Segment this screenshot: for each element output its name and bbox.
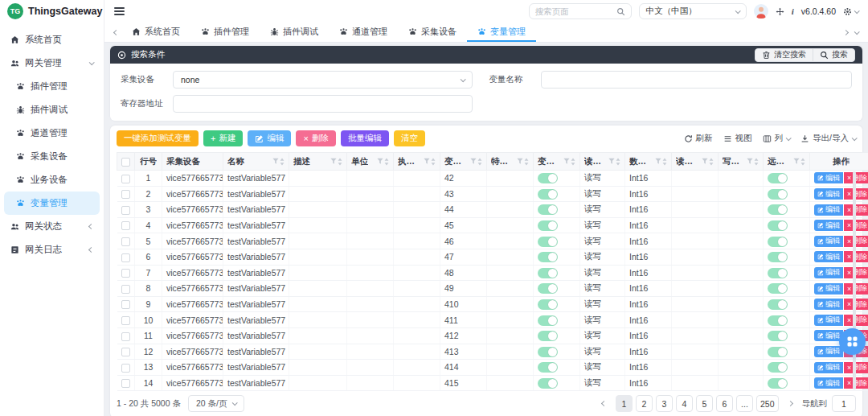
enable-toggle[interactable] <box>538 204 558 215</box>
page-button-1[interactable]: 1 <box>616 395 633 412</box>
column-header-10[interactable]: 数据... <box>625 153 672 171</box>
row-edit-button[interactable]: 编辑 <box>814 172 843 183</box>
enable-toggle[interactable] <box>538 315 558 326</box>
tabs-menu[interactable] <box>851 31 862 35</box>
filter-funnel-icon[interactable] <box>655 158 661 165</box>
row-delete-button[interactable]: ×删除 <box>844 172 868 183</box>
header-filter-sort[interactable] <box>702 158 714 166</box>
enable-toggle[interactable] <box>538 252 558 262</box>
prev-page-button[interactable] <box>596 395 612 412</box>
enable-toggle[interactable] <box>538 173 558 183</box>
row-checkbox[interactable] <box>121 364 130 373</box>
tab-5[interactable]: 变量管理 <box>467 23 536 42</box>
row-checkbox[interactable] <box>121 348 130 356</box>
remote-toggle[interactable] <box>768 173 788 183</box>
tabs-scroll-left[interactable] <box>111 31 121 35</box>
sort-icon[interactable] <box>477 158 482 166</box>
enable-toggle[interactable] <box>538 237 558 247</box>
row-edit-button[interactable]: 编辑 <box>814 204 843 216</box>
row-checkbox[interactable] <box>121 253 130 262</box>
column-header-8[interactable]: 变量... <box>534 153 580 171</box>
row-delete-button[interactable]: ×删除 <box>844 267 868 278</box>
filter-funnel-icon[interactable] <box>272 158 279 165</box>
page-button-4[interactable]: 4 <box>676 395 693 412</box>
page-search-input[interactable] <box>535 6 613 16</box>
table-scrollbar[interactable] <box>853 171 856 389</box>
header-filter-sort[interactable] <box>517 158 529 166</box>
filter-funnel-icon[interactable] <box>793 158 800 165</box>
sidebar-item-3[interactable]: 插件调试 <box>4 98 100 122</box>
filter-funnel-icon[interactable] <box>377 158 383 165</box>
row-delete-button[interactable]: ×删除 <box>844 315 868 326</box>
column-header-13[interactable]: 远程... <box>764 153 810 171</box>
remote-toggle[interactable] <box>768 252 788 262</box>
row-edit-button[interactable]: 编辑 <box>814 315 843 326</box>
sort-icon[interactable] <box>662 158 667 166</box>
table-tool-3[interactable]: 导出/导入 <box>800 133 856 144</box>
row-edit-button[interactable]: 编辑 <box>814 362 843 373</box>
remote-toggle[interactable] <box>768 189 788 200</box>
sidebar-item-7[interactable]: 变量管理 <box>4 192 100 215</box>
enable-toggle[interactable] <box>538 220 558 231</box>
page-ellipsis[interactable]: ... <box>736 395 753 412</box>
row-checkbox[interactable] <box>121 379 130 388</box>
remote-toggle[interactable] <box>768 378 788 389</box>
page-button-2[interactable]: 2 <box>636 395 653 412</box>
sort-icon[interactable] <box>524 158 529 166</box>
tab-0[interactable]: 系统首页 <box>121 23 190 42</box>
column-header-12[interactable]: 写入... <box>719 153 764 171</box>
header-filter-sort[interactable] <box>330 158 342 166</box>
header-filter-sort[interactable] <box>793 158 805 166</box>
row-checkbox[interactable] <box>121 300 130 309</box>
row-edit-button[interactable]: 编辑 <box>814 188 843 200</box>
header-filter-sort[interactable] <box>377 158 389 166</box>
remote-toggle[interactable] <box>768 204 788 215</box>
enable-toggle[interactable] <box>538 378 558 389</box>
remote-toggle[interactable] <box>768 283 788 294</box>
filter-funnel-icon[interactable] <box>608 158 615 165</box>
table-tool-1[interactable]: 视图 <box>723 133 752 144</box>
header-filter-sort[interactable] <box>655 158 667 166</box>
table-tool-2[interactable]: 列 <box>763 133 791 144</box>
row-checkbox[interactable] <box>121 221 130 230</box>
enable-toggle[interactable] <box>538 189 558 200</box>
enable-toggle[interactable] <box>538 331 558 341</box>
remote-toggle[interactable] <box>768 268 788 278</box>
row-checkbox[interactable] <box>121 269 130 278</box>
row-checkbox[interactable] <box>121 316 130 325</box>
sidebar-item-5[interactable]: 采集设备 <box>4 145 100 168</box>
toolbar-button-3[interactable]: ×删除 <box>296 130 335 146</box>
user-avatar[interactable] <box>754 4 768 19</box>
row-delete-button[interactable]: ×删除 <box>844 236 868 247</box>
sort-icon[interactable] <box>709 158 714 166</box>
row-delete-button[interactable]: ×删除 <box>844 204 868 216</box>
enable-toggle[interactable] <box>538 362 558 373</box>
row-edit-button[interactable]: 编辑 <box>814 299 843 310</box>
header-filter-sort[interactable] <box>424 158 436 166</box>
tab-1[interactable]: 插件管理 <box>190 23 260 42</box>
row-delete-button[interactable]: ×删除 <box>844 299 868 310</box>
row-edit-button[interactable]: 编辑 <box>814 220 843 231</box>
filter-funnel-icon[interactable] <box>424 158 430 165</box>
menu-toggle-icon[interactable] <box>114 7 125 15</box>
app-logo[interactable]: TG ThingsGateway <box>0 0 104 23</box>
sort-icon[interactable] <box>571 158 575 166</box>
page-button-250[interactable]: 250 <box>756 395 779 412</box>
remote-toggle[interactable] <box>768 299 788 310</box>
column-header-11[interactable]: 读取... <box>672 153 719 171</box>
next-page-button[interactable] <box>782 395 799 412</box>
row-edit-button[interactable]: 编辑 <box>814 267 843 278</box>
row-delete-button[interactable]: ×删除 <box>844 362 868 373</box>
device-select[interactable]: none <box>173 71 473 89</box>
tabs-scroll-right[interactable] <box>841 31 851 35</box>
row-delete-button[interactable]: ×删除 <box>844 251 868 262</box>
filter-funnel-icon[interactable] <box>517 158 523 165</box>
select-all-checkbox[interactable] <box>121 158 130 167</box>
remote-toggle[interactable] <box>768 331 788 341</box>
remote-toggle[interactable] <box>768 347 788 357</box>
row-edit-button[interactable]: 编辑 <box>814 251 843 262</box>
sort-icon[interactable] <box>384 158 389 166</box>
toolbar-button-1[interactable]: +新建 <box>203 130 243 146</box>
filter-funnel-icon[interactable] <box>563 158 570 165</box>
sidebar-item-6[interactable]: 业务设备 <box>4 168 100 192</box>
